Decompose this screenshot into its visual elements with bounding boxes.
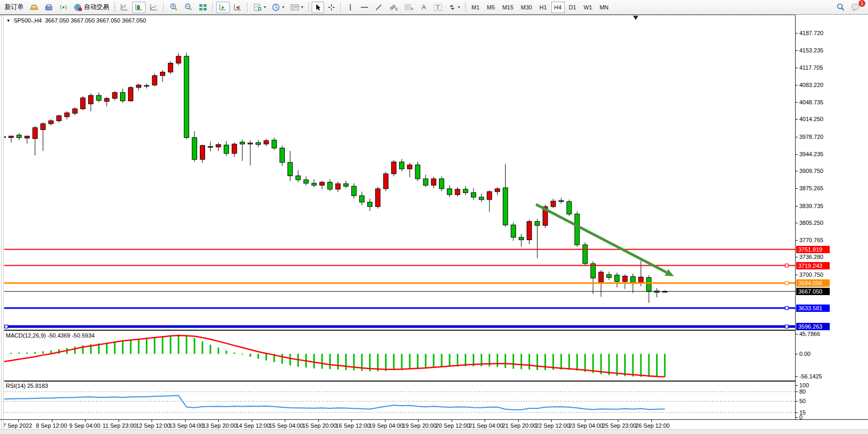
timeframe-m15[interactable]: M15 (499, 2, 517, 13)
line-handle[interactable] (785, 307, 788, 310)
text-icon[interactable]: A (417, 2, 430, 13)
time-tick-label: 21 Sep 20:00 (502, 422, 537, 429)
time-tick-label: 14 Sep 12:00 (236, 422, 270, 429)
trendline-icon[interactable] (372, 2, 385, 13)
candle (192, 131, 197, 162)
timeframe-w1[interactable]: W1 (581, 2, 596, 13)
candle (216, 143, 221, 151)
time-axis-tick (318, 420, 319, 422)
time-axis-tick (351, 420, 352, 422)
line-handle[interactable] (785, 264, 788, 267)
indicators-button[interactable]: ▾ (251, 2, 269, 13)
timeframe-m5[interactable]: M5 (484, 2, 498, 13)
window-left-border[interactable] (1, 15, 2, 429)
new-order-button[interactable]: 新订单 (2, 2, 26, 13)
chevron-down-icon: ▾ (301, 5, 303, 9)
axis-tick (796, 257, 798, 257)
price-tick-label: 4083.220 (799, 82, 823, 88)
crosshair-icon[interactable] (325, 2, 338, 13)
text-label-icon[interactable]: T (431, 2, 445, 13)
macd-panel-separator[interactable] (4, 330, 795, 331)
zoom-out-icon[interactable] (181, 2, 195, 13)
time-tick-label: 25 Sep 23:00 (602, 422, 636, 429)
periods-button[interactable]: ▾ (270, 2, 287, 13)
autotrading-button[interactable]: 自动交易 (71, 2, 112, 13)
zoom-in-icon[interactable] (167, 2, 180, 13)
axis-tick (796, 223, 798, 223)
equidistant-channel-icon[interactable]: E (386, 2, 401, 13)
line-handle[interactable] (785, 281, 788, 285)
printer-icon[interactable] (42, 2, 56, 13)
price-tick-label: 3944.235 (799, 151, 823, 157)
price-chart-canvas[interactable] (4, 15, 795, 331)
timeframe-h1[interactable]: H1 (536, 2, 550, 13)
price-tick-label: 4014.250 (799, 116, 823, 122)
rsi-panel-canvas[interactable] (4, 382, 795, 419)
chart-shift-icon[interactable] (231, 2, 244, 13)
candle (104, 97, 109, 106)
time-axis-tick (651, 420, 652, 422)
time-tick-label: 19 Sep 04:00 (369, 422, 403, 429)
candle (320, 181, 325, 189)
candle (368, 199, 372, 211)
tile-windows-icon[interactable] (196, 2, 210, 13)
candle (455, 187, 460, 197)
rsi-panel-separator[interactable] (4, 381, 795, 382)
horizontal-line-icon[interactable] (358, 2, 371, 13)
time-axis[interactable]: 7 Sep 20228 Sep 12:009 Sep 04:0011 Sep 2… (4, 420, 795, 429)
timeframe-mn[interactable]: MN (596, 2, 612, 13)
candle (351, 183, 356, 199)
candle (240, 139, 245, 161)
candle (471, 188, 476, 200)
auto-scroll-icon[interactable] (216, 2, 230, 13)
templates-button[interactable]: ▾ (288, 2, 306, 13)
candle (17, 133, 22, 140)
search-icon[interactable] (834, 2, 848, 13)
timeframe-m1[interactable]: M1 (468, 2, 483, 13)
candle (152, 73, 157, 86)
gold-ingot-icon[interactable] (27, 2, 41, 13)
candle (121, 89, 125, 103)
bar-chart-icon[interactable] (117, 2, 131, 13)
fibonacci-icon[interactable]: F (402, 2, 416, 13)
time-tick-label: 15 Sep 04:00 (269, 422, 303, 429)
candle (607, 272, 612, 280)
notifications-button[interactable]: 1 (849, 2, 863, 13)
line-chart-icon[interactable] (147, 2, 160, 13)
time-axis-tick (585, 420, 585, 422)
time-tick-label: 23 Sep 04:00 (569, 422, 603, 429)
price-level-badge: 3596.263 (796, 323, 830, 330)
time-tick-label: 26 Sep 12:00 (636, 422, 670, 429)
line-handle[interactable] (785, 325, 788, 328)
time-axis-tick (385, 420, 385, 422)
timeframe-m30[interactable]: M30 (518, 2, 535, 13)
candle (336, 182, 340, 192)
candlestick-chart-icon[interactable] (132, 2, 146, 13)
macd-panel-canvas[interactable] (4, 331, 795, 382)
time-axis-tick (152, 420, 152, 422)
chart-shift-marker[interactable] (633, 16, 638, 20)
collapse-icon[interactable]: ▼ (6, 18, 10, 23)
candle (535, 219, 540, 258)
time-axis-tick (119, 420, 119, 422)
axis-tick (796, 171, 798, 171)
candle (200, 145, 205, 163)
rsi-scale-label: 100 (799, 382, 809, 388)
price-axis[interactable]: 4187.7204153.2354117.7054083.2204048.735… (796, 15, 868, 419)
timeframe-toolbar: M1M5M15M30H1H4D1W1MN (468, 2, 612, 13)
timeframe-h4[interactable]: H4 (551, 2, 565, 13)
window-left-border-inner (3, 15, 4, 429)
toolbar-separator (163, 2, 164, 13)
arrows-button[interactable]: ▾ (446, 2, 463, 13)
timeframe-d1[interactable]: D1 (566, 2, 580, 13)
price-tick-label: 3805.250 (799, 220, 823, 226)
candle (81, 96, 85, 110)
broadcast-icon[interactable] (57, 2, 70, 13)
line-handle[interactable] (5, 325, 8, 328)
macd-scale-label: -56.1425 (799, 373, 822, 379)
chart-title: ▼ SP500-,H4 3667.050 3667.050 3667.050 3… (6, 17, 146, 24)
vertical-line-icon[interactable] (344, 2, 357, 13)
candle (72, 107, 77, 115)
time-axis-tick (551, 420, 552, 422)
cursor-icon[interactable] (312, 2, 324, 13)
